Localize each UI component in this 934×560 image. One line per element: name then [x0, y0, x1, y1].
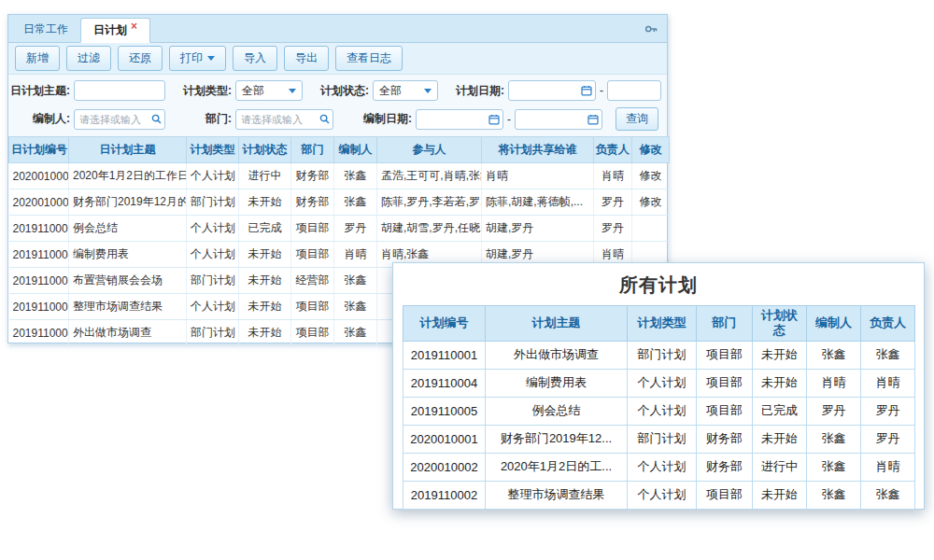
cell-participants: 孟浩,王可可,肖晴,张鑫: [377, 163, 482, 189]
cell-status: 已完成: [239, 216, 291, 242]
cell-dept: 项目部: [697, 369, 753, 397]
calendar-icon[interactable]: [581, 85, 592, 96]
cell-creator: 张鑫: [334, 320, 377, 346]
search-icon[interactable]: [151, 114, 162, 124]
filter-button[interactable]: 过滤: [66, 46, 111, 71]
all-plans-row: 2019110001外出做市场调查部门计划项目部未开始张鑫张鑫: [403, 341, 915, 369]
cell-subject[interactable]: 外出做市场调查: [69, 320, 187, 346]
tab-daily-plan[interactable]: 日计划 ×: [80, 18, 150, 43]
cell-creator: 张鑫: [334, 294, 377, 320]
all-plans-title: 所有计划: [403, 269, 914, 305]
cell-type: 个人计划: [187, 216, 239, 242]
filter-row-1: 日计划主题: 计划类型: 全部 计划状态: 全部 计划日期:: [8, 80, 664, 101]
type-filter-value: 全部: [242, 83, 264, 99]
cell-participants: 陈菲,罗丹,李若若,罗...: [377, 189, 482, 216]
cell-creator: 罗丹: [334, 216, 377, 242]
print-button[interactable]: 打印: [169, 46, 226, 71]
cell-owner: 罗丹: [594, 216, 632, 242]
cell-id[interactable]: 2019110001: [9, 320, 69, 346]
col-creator: 编制人: [807, 306, 861, 342]
cell-subject: 例会总结: [486, 397, 628, 425]
col-plan-status[interactable]: 计划状态: [239, 137, 291, 163]
cell-creator: 张鑫: [807, 453, 861, 481]
col-owner[interactable]: 负责人: [594, 137, 632, 163]
cell-subject[interactable]: 整理市场调查结果: [69, 294, 187, 320]
cell-subject[interactable]: 例会总结: [69, 216, 187, 242]
col-plan-id[interactable]: 日计划编号: [9, 137, 69, 163]
cell-participants: 胡建,胡雪,罗丹,任晓...: [377, 216, 482, 242]
daily-plan-row[interactable]: 2020010001财务部门2019年12月的...部门计划未开始财务部张鑫陈菲…: [9, 189, 670, 216]
export-button[interactable]: 导出: [284, 46, 329, 71]
col-plan-subject[interactable]: 日计划主题: [69, 137, 187, 163]
all-plans-table-body: 2019110001外出做市场调查部门计划项目部未开始张鑫张鑫201911000…: [403, 341, 915, 509]
cell-share: 陈菲,胡建,蒋德帧,...: [482, 189, 594, 216]
cell-id[interactable]: 2019110004: [9, 242, 69, 268]
daily-plan-row[interactable]: 2019110005例会总结个人计划已完成项目部罗丹胡建,胡雪,罗丹,任晓...…: [9, 216, 670, 242]
daily-plan-row[interactable]: 20200100022020年1月2日的工作日...个人计划进行中财务部张鑫孟浩…: [9, 163, 670, 189]
cell-creator: 张鑫: [807, 425, 861, 453]
cell-owner: 罗丹: [861, 425, 915, 453]
cell-subject[interactable]: 布置营销展会会场: [69, 268, 187, 294]
cell-dept: 财务部: [697, 453, 753, 481]
restore-button[interactable]: 还原: [118, 46, 163, 71]
tab-daily-plan-label: 日计划: [93, 22, 127, 38]
cell-subject[interactable]: 编制费用表: [69, 242, 187, 268]
type-filter-select[interactable]: 全部: [235, 80, 303, 101]
cell-dept: 项目部: [291, 242, 334, 268]
col-creator[interactable]: 编制人: [334, 137, 377, 163]
cell-type: 部门计划: [187, 320, 239, 346]
chevron-down-icon: [207, 56, 215, 61]
calendar-icon[interactable]: [488, 114, 500, 125]
calendar-icon[interactable]: [587, 114, 599, 125]
cell-id[interactable]: 2020010002: [9, 163, 69, 189]
restore-button-label: 还原: [129, 50, 151, 66]
cell-id[interactable]: 2019110002: [9, 294, 69, 320]
search-icon[interactable]: [319, 114, 330, 124]
cell-id: 2019110004: [403, 369, 486, 397]
tab-daily-work[interactable]: 日常工作: [11, 17, 80, 42]
type-filter-label: 计划类型:: [180, 83, 235, 99]
cell-status: 未开始: [239, 268, 291, 294]
cell-id[interactable]: 2019110005: [9, 216, 69, 242]
cell-status: 未开始: [753, 481, 807, 509]
cell-modify[interactable]: 修改: [632, 189, 670, 216]
col-modify[interactable]: 修改: [632, 137, 670, 163]
col-plan-status: 计划状态: [753, 306, 807, 342]
add-button[interactable]: 新增: [15, 46, 60, 71]
cell-status: 未开始: [753, 425, 807, 453]
cell-type: 个人计划: [187, 294, 239, 320]
chevron-down-icon: [289, 89, 296, 93]
filter-panel: 日计划主题: 计划类型: 全部 计划状态: 全部 计划日期:: [8, 75, 667, 136]
cell-creator: 肖晴: [807, 369, 861, 397]
cell-subject: 财务部门2019年12...: [486, 425, 628, 453]
status-filter-select[interactable]: 全部: [373, 80, 438, 101]
cell-subject[interactable]: 2020年1月2日的工作日...: [69, 163, 187, 189]
cell-subject[interactable]: 财务部门2019年12月的...: [69, 189, 187, 216]
search-button[interactable]: 查询: [616, 107, 658, 131]
all-plans-window: 所有计划 计划编号 计划主题 计划类型 部门 计划状态 编制人 负责人 2019…: [392, 262, 925, 510]
plan-date-to-input[interactable]: [607, 80, 661, 101]
view-log-button[interactable]: 查看日志: [335, 46, 403, 71]
cell-subject: 外出做市场调查: [486, 341, 628, 369]
close-tab-icon[interactable]: ×: [131, 21, 137, 32]
cell-id[interactable]: 2019110003: [9, 268, 69, 294]
cell-owner: 肖晴: [861, 453, 915, 481]
col-participants[interactable]: 参与人: [377, 137, 482, 163]
all-plans-row: 2019110004编制费用表个人计划项目部未开始肖晴肖晴: [403, 369, 915, 397]
col-plan-type[interactable]: 计划类型: [187, 137, 239, 163]
cell-type: 部门计划: [628, 425, 697, 453]
cell-dept: 项目部: [697, 341, 753, 369]
cell-type: 个人计划: [628, 453, 697, 481]
cell-modify[interactable]: 修改: [632, 163, 670, 189]
all-plans-row: 2019110002整理市场调查结果个人计划项目部未开始张鑫张鑫: [403, 481, 915, 509]
key-icon[interactable]: [644, 21, 658, 36]
col-share-with[interactable]: 将计划共享给谁: [482, 137, 594, 163]
subject-filter-label: 日计划主题:: [8, 83, 74, 99]
import-button[interactable]: 导入: [233, 46, 277, 71]
date-range-separator: -: [503, 113, 515, 126]
cell-type: 个人计划: [628, 481, 697, 509]
all-plans-row: 2019110005例会总结个人计划项目部已完成罗丹罗丹: [403, 397, 915, 425]
subject-filter-input[interactable]: [74, 80, 165, 101]
cell-id[interactable]: 2020010001: [9, 189, 69, 216]
col-dept[interactable]: 部门: [291, 137, 334, 163]
